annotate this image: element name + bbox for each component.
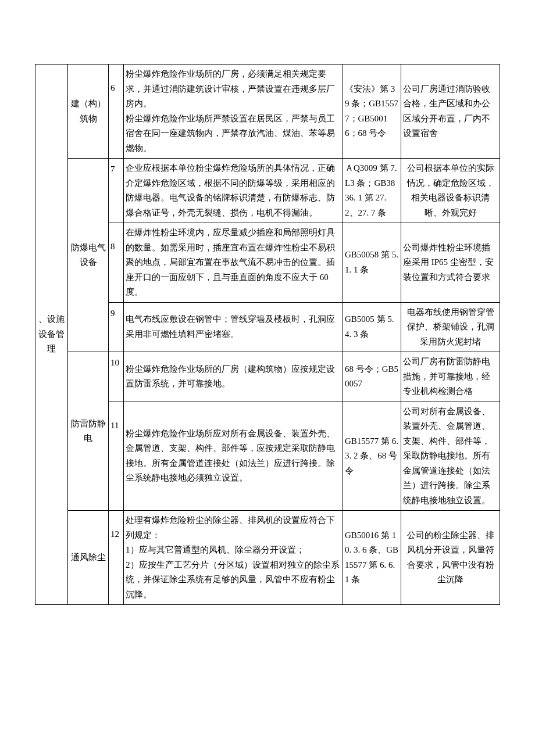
table-row: 防雷防静电 10 粉尘爆炸危险作业场所的厂房（建构筑物）应按规定设置防雷系统，并… [35,352,500,402]
status-cell: 电器布线使用钢管穿管保护、桥架铺设，孔洞采用防火泥封堵 [401,302,500,352]
row-number: 9 [109,302,124,352]
table-row: 、设施设备管理 建（构）筑物 6 粉尘爆炸危险作业场所的厂房，必须满足相关规定要… [35,65,500,159]
subcategory-cell: 通风除尘 [68,511,109,605]
requirement-cell: 粉尘爆炸危险作业场所的厂房，必须满足相关规定要求，并通过消防建筑设计审核，严禁设… [124,65,343,159]
row-number: 8 [109,223,124,303]
reference-cell: 68 号令；GB50057 [343,352,401,402]
subcategory-cell: 防雷防静电 [68,352,109,511]
status-cell: 公司爆炸性粉尘环境插座采用 IP65 尘密型，安装位置和方式符合要求 [401,223,500,303]
category-cell: 、设施设备管理 [35,65,68,605]
row-number: 6 [109,65,124,159]
reference-cell: 《安法》第 39 条；GB15577；GB50016；68 号令 [343,65,401,159]
reference-cell: GB50058 第 5. 1. 1 条 [343,223,401,303]
subcategory-cell: 防爆电气设备 [68,159,109,352]
requirement-cell: 粉尘爆炸危险作业场所应对所有金属设备、装置外壳、金属管道、支架、构件、部件等，应… [124,402,343,511]
subcategory-cell: 建（构）筑物 [68,65,109,159]
reference-cell: ＡQ3009 第 7. L3 条；GB3836. 1 第 27. 2、27. 7… [343,159,401,223]
table-row: 防爆电气设备 7 企业应根据本单位粉尘爆炸危险场所的具体情况，正确介定爆炸危险区… [35,159,500,223]
reference-cell: GB50016 第 10. 3. 6 条、GB15577 第 6. 6. 1 条 [343,511,401,605]
table-row: 通风除尘 12 处理有爆炸危险粉尘的除尘器、排风机的设置应符合下列规定：1）应与… [35,511,500,605]
status-cell: 公司厂房通过消防验收合格，生产区域和办公区域分开布置，厂内不设置宿舍 [401,65,500,159]
status-cell: 公司的粉尘除尘器、排风机分开设置，风量符合要求，风管中没有粉尘沉降 [401,511,500,605]
row-number: 10 [109,352,124,402]
table-body: 、设施设备管理 建（构）筑物 6 粉尘爆炸危险作业场所的厂房，必须满足相关规定要… [35,65,500,605]
regulation-table: 、设施设备管理 建（构）筑物 6 粉尘爆炸危险作业场所的厂房，必须满足相关规定要… [35,64,500,605]
row-number: 7 [109,159,124,223]
status-cell: 公司根据本单位的实际情况，确定危险区域，相关电器设备标识清晰、外观完好 [401,159,500,223]
row-number: 12 [109,511,124,605]
reference-cell: GB15577 第 6. 3. 2 条、68 号令 [343,402,401,511]
requirement-cell: 企业应根据本单位粉尘爆炸危险场所的具体情况，正确介定爆炸危险区域，根据不同的防爆… [124,159,343,223]
status-cell: 公司厂房有防雷防静电措施，并可靠接地，经专业机构检测合格 [401,352,500,402]
requirement-cell: 处理有爆炸危险粉尘的除尘器、排风机的设置应符合下列规定：1）应与其它普通型的风机… [124,511,343,605]
status-cell: 公司对所有金属设备、装置外壳、金属管道、支架、构件、部件等，采取防静电接地。所有… [401,402,500,511]
requirement-cell: 电气布线应敷设在钢管中；管线穿墙及楼板时，孔洞应采用非可燃性填料严密堵塞。 [124,302,343,352]
requirement-cell: 粉尘爆炸危险作业场所的厂房（建构筑物）应按规定设置防雷系统，并可靠接地。 [124,352,343,402]
row-number: 11 [109,402,124,511]
reference-cell: GB5005 第 5. 4. 3 条 [343,302,401,352]
requirement-cell: 在爆炸性粉尘环境内，应尽量减少插座和局部照明灯具的数量。如需采用时，插座宜布置在… [124,223,343,303]
